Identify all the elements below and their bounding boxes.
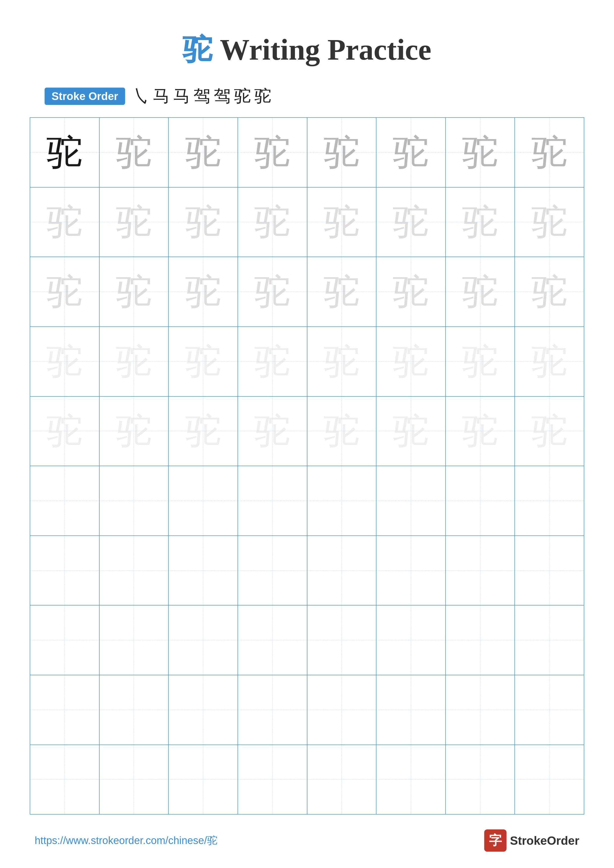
grid-cell[interactable]: 驼	[446, 188, 515, 257]
practice-char: 驼	[324, 413, 360, 449]
grid-cell[interactable]	[515, 536, 584, 605]
grid-cell[interactable]	[169, 606, 238, 675]
grid-cell[interactable]	[376, 745, 446, 814]
practice-char: 驼	[532, 134, 567, 170]
grid-cell[interactable]: 驼	[515, 257, 584, 326]
practice-char: 驼	[254, 204, 290, 240]
grid-cell[interactable]	[30, 675, 99, 744]
grid-cell[interactable]	[515, 466, 584, 535]
grid-cell[interactable]	[99, 606, 169, 675]
grid-cell[interactable]	[169, 466, 238, 535]
grid-cell[interactable]: 驼	[376, 397, 446, 466]
grid-cell[interactable]: 驼	[169, 397, 238, 466]
grid-cell[interactable]: 驼	[30, 327, 99, 396]
grid-cell[interactable]	[238, 536, 307, 605]
grid-cell[interactable]	[515, 675, 584, 744]
grid-cell[interactable]: 驼	[99, 397, 169, 466]
grid-cell[interactable]: 驼	[30, 188, 99, 257]
grid-cell[interactable]: 驼	[307, 397, 377, 466]
grid-cell[interactable]	[169, 675, 238, 744]
grid-cell[interactable]	[307, 745, 377, 814]
grid-cell[interactable]: 驼	[515, 118, 584, 187]
grid-cell[interactable]: 驼	[30, 257, 99, 326]
grid-cell[interactable]: 驼	[99, 257, 169, 326]
practice-char: 驼	[462, 343, 498, 379]
grid-cell[interactable]	[307, 466, 377, 535]
grid-cell[interactable]	[99, 675, 169, 744]
grid-cell[interactable]	[376, 466, 446, 535]
grid-cell[interactable]: 驼	[446, 397, 515, 466]
grid-cell[interactable]	[238, 466, 307, 535]
grid-cell[interactable]: 驼	[307, 118, 377, 187]
grid-cell[interactable]	[446, 536, 515, 605]
grid-cell[interactable]	[99, 745, 169, 814]
grid-cell[interactable]: 驼	[99, 327, 169, 396]
grid-cell[interactable]: 驼	[376, 257, 446, 326]
grid-cell[interactable]	[169, 745, 238, 814]
grid-cell[interactable]: 驼	[446, 327, 515, 396]
grid-cell[interactable]: 驼	[515, 188, 584, 257]
grid-cell[interactable]	[446, 466, 515, 535]
grid-cell[interactable]: 驼	[376, 327, 446, 396]
grid-cell[interactable]	[30, 745, 99, 814]
grid-cell[interactable]: 驼	[30, 118, 99, 187]
grid-cell[interactable]	[99, 466, 169, 535]
grid-cell[interactable]	[307, 606, 377, 675]
grid-cell[interactable]: 驼	[446, 257, 515, 326]
grid-cell[interactable]: 驼	[169, 188, 238, 257]
grid-cell[interactable]	[515, 606, 584, 675]
grid-cell[interactable]	[376, 675, 446, 744]
practice-char: 驼	[324, 343, 360, 379]
grid-cell[interactable]: 驼	[169, 257, 238, 326]
grid-cell[interactable]: 驼	[238, 397, 307, 466]
grid-cell[interactable]	[515, 745, 584, 814]
practice-char: 驼	[393, 204, 429, 240]
grid-cell[interactable]: 驼	[99, 188, 169, 257]
grid-cell[interactable]: 驼	[30, 397, 99, 466]
grid-cell[interactable]: 驼	[515, 397, 584, 466]
grid-cell[interactable]: 驼	[99, 118, 169, 187]
grid-cell[interactable]: 驼	[307, 327, 377, 396]
grid-cell[interactable]	[238, 606, 307, 675]
grid-cell[interactable]	[446, 606, 515, 675]
practice-char: 驼	[462, 204, 498, 240]
grid-cell[interactable]: 驼	[307, 257, 377, 326]
practice-char: 驼	[116, 204, 152, 240]
grid-cell[interactable]	[238, 675, 307, 744]
grid-cell[interactable]	[99, 536, 169, 605]
grid-cell[interactable]: 驼	[376, 118, 446, 187]
grid-cell[interactable]	[30, 536, 99, 605]
grid-cell[interactable]: 驼	[238, 118, 307, 187]
practice-char: 驼	[254, 343, 290, 379]
grid-cell[interactable]: 驼	[307, 188, 377, 257]
grid-cell[interactable]: 驼	[169, 327, 238, 396]
stroke-3: 马	[173, 85, 190, 107]
footer-url[interactable]: https://www.strokeorder.com/chinese/驼	[35, 834, 218, 848]
footer-logo-text: StrokeOrder	[510, 834, 579, 848]
grid-cell[interactable]	[307, 675, 377, 744]
grid-cell[interactable]	[238, 745, 307, 814]
practice-char: 驼	[254, 413, 290, 449]
practice-char: 驼	[185, 274, 221, 310]
grid-cell[interactable]: 驼	[238, 257, 307, 326]
grid-cell[interactable]: 驼	[238, 188, 307, 257]
grid-cell[interactable]	[307, 536, 377, 605]
stroke-7: 驼	[254, 85, 271, 107]
practice-char: 驼	[532, 413, 567, 449]
grid-cell[interactable]: 驼	[515, 327, 584, 396]
grid-cell[interactable]	[169, 536, 238, 605]
stroke-order-row: Stroke Order ㇂ 马 马 驾 驾 驼 驼	[45, 85, 584, 107]
grid-cell[interactable]: 驼	[376, 188, 446, 257]
grid-cell[interactable]: 驼	[446, 118, 515, 187]
grid-cell[interactable]	[446, 745, 515, 814]
grid-cell[interactable]: 驼	[238, 327, 307, 396]
grid-row: 驼 驼 驼 驼 驼 驼 驼 驼	[30, 327, 584, 397]
grid-cell[interactable]: 驼	[169, 118, 238, 187]
stroke-order-badge: Stroke Order	[45, 88, 125, 105]
grid-cell[interactable]	[30, 606, 99, 675]
grid-cell[interactable]	[30, 466, 99, 535]
grid-cell[interactable]	[446, 675, 515, 744]
grid-row	[30, 466, 584, 536]
grid-cell[interactable]	[376, 606, 446, 675]
grid-cell[interactable]	[376, 536, 446, 605]
